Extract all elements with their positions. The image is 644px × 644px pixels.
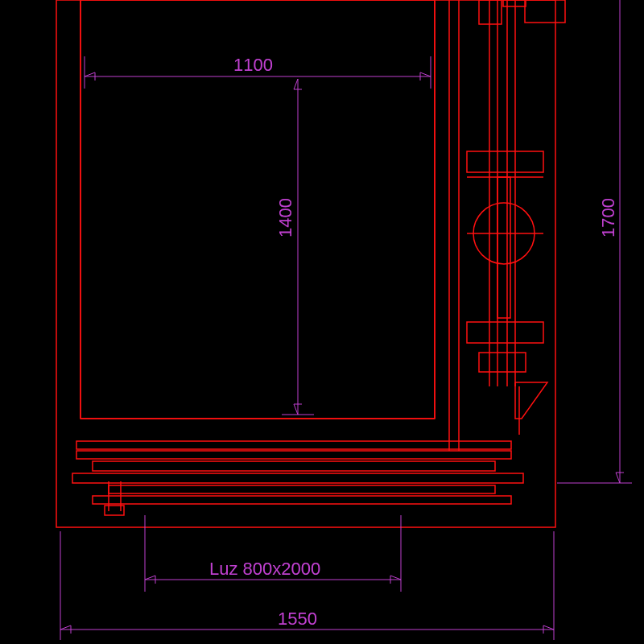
svg-rect-13 bbox=[497, 177, 510, 318]
svg-rect-17 bbox=[479, 353, 526, 372]
dim-cab-height-text: 1400 bbox=[275, 198, 295, 237]
dim-shaft-width: 1550 bbox=[60, 531, 554, 640]
svg-rect-20 bbox=[76, 441, 511, 449]
dim-shaft-width-text: 1550 bbox=[278, 609, 317, 629]
svg-rect-16 bbox=[467, 322, 543, 343]
svg-rect-10 bbox=[503, 0, 526, 6]
cad-drawing: 1100 1400 1700 Luz 800x2000 1550 bbox=[0, 0, 644, 644]
dim-cab-width: 1100 bbox=[85, 55, 431, 89]
dim-cab-width-text: 1100 bbox=[233, 55, 273, 75]
dim-shaft-height-text: 1700 bbox=[598, 198, 618, 237]
svg-rect-21 bbox=[76, 451, 511, 459]
dim-cab-height: 1400 bbox=[275, 79, 314, 415]
svg-rect-11 bbox=[467, 151, 543, 172]
svg-rect-23 bbox=[72, 473, 523, 483]
svg-rect-22 bbox=[93, 461, 495, 471]
dim-shaft-height: 1700 bbox=[557, 0, 632, 483]
dim-door-text: Luz 800x2000 bbox=[209, 559, 320, 579]
shaft-outline bbox=[56, 0, 555, 527]
svg-rect-24 bbox=[109, 485, 495, 493]
svg-rect-8 bbox=[479, 0, 502, 24]
svg-rect-9 bbox=[525, 0, 565, 23]
svg-rect-25 bbox=[93, 496, 511, 504]
